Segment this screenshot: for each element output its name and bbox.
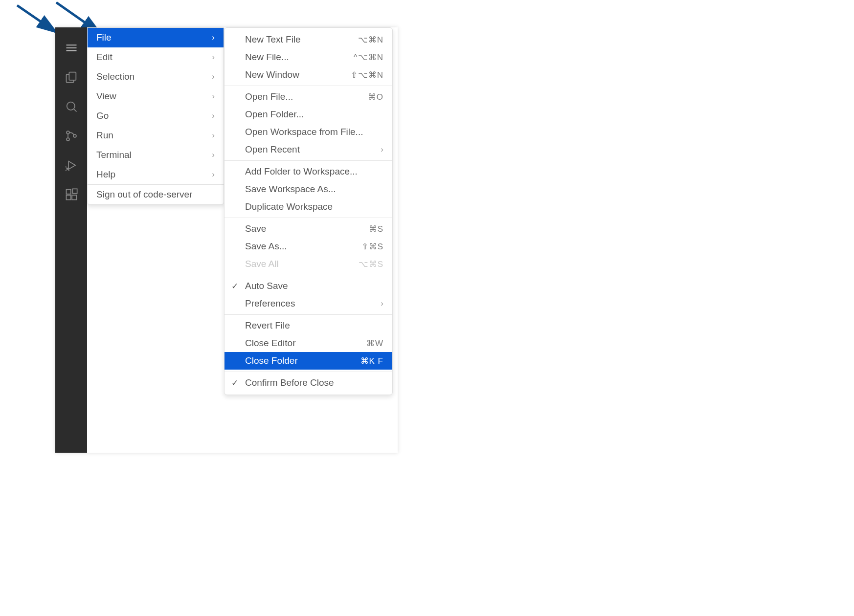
shortcut: ⌥⌘N <box>358 35 383 45</box>
file-open-folder[interactable]: Open Folder... <box>225 106 392 123</box>
chevron-right-icon: › <box>381 145 383 154</box>
source-control-icon[interactable] <box>55 121 87 151</box>
search-icon[interactable] <box>55 92 87 121</box>
shortcut: ^⌥⌘N <box>354 52 383 63</box>
shortcut: ⌘O <box>368 92 383 102</box>
shortcut: ⌘K F <box>360 356 383 366</box>
file-close-editor[interactable]: Close Editor ⌘W <box>225 334 392 352</box>
shortcut: ⌥⌘S <box>359 259 383 269</box>
file-preferences[interactable]: Preferences › <box>225 295 392 312</box>
submenu-label: Close Editor <box>245 338 296 349</box>
svg-point-9 <box>67 131 69 134</box>
submenu-label: Preferences <box>245 298 295 309</box>
chevron-right-icon: › <box>212 170 215 179</box>
submenu-label: Add Folder to Workspace... <box>245 166 358 177</box>
file-save[interactable]: Save ⌘S <box>225 220 392 238</box>
extensions-icon[interactable] <box>55 180 87 209</box>
shortcut: ⌘S <box>369 224 383 234</box>
file-new-file[interactable]: New File... ^⌥⌘N <box>225 48 392 66</box>
svg-line-15 <box>66 170 66 171</box>
submenu-label: Duplicate Workspace <box>245 201 333 212</box>
svg-marker-12 <box>68 161 75 169</box>
menu-view[interactable]: View › <box>88 87 224 106</box>
svg-rect-19 <box>72 195 76 199</box>
menu-go[interactable]: Go › <box>88 106 224 126</box>
menu-label: Terminal <box>96 150 132 160</box>
file-duplicate-workspace[interactable]: Duplicate Workspace <box>225 198 392 216</box>
run-debug-icon[interactable] <box>55 151 87 180</box>
check-icon: ✓ <box>231 378 238 388</box>
menu-sign-out[interactable]: Sign out of code-server <box>88 185 224 204</box>
file-close-folder[interactable]: Close Folder ⌘K F <box>225 352 392 370</box>
file-open-recent[interactable]: Open Recent › <box>225 141 392 158</box>
file-open-file[interactable]: Open File... ⌘O <box>225 88 392 106</box>
submenu-label: Open Recent <box>245 144 300 155</box>
submenu-label: New Text File <box>245 34 301 45</box>
menu-run[interactable]: Run › <box>88 126 224 145</box>
menu-label: Run <box>96 130 113 141</box>
chevron-right-icon: › <box>212 52 215 62</box>
svg-line-16 <box>68 170 69 171</box>
explorer-icon[interactable] <box>55 63 87 92</box>
svg-point-11 <box>73 134 76 137</box>
submenu-divider <box>225 275 392 275</box>
file-save-workspace-as[interactable]: Save Workspace As... <box>225 180 392 198</box>
activity-bar <box>55 27 87 453</box>
file-revert[interactable]: Revert File <box>225 317 392 334</box>
menu-help[interactable]: Help › <box>88 165 224 184</box>
chevron-right-icon: › <box>212 91 215 101</box>
submenu-label: New File... <box>245 52 289 63</box>
menu-file[interactable]: File › <box>88 28 224 47</box>
check-icon: ✓ <box>231 281 238 291</box>
menu-terminal[interactable]: Terminal › <box>88 145 224 165</box>
menu-icon[interactable] <box>55 33 87 63</box>
main-menu: File › Edit › Selection › View › Go › Ru… <box>87 27 224 205</box>
submenu-label: Save All <box>245 259 279 269</box>
submenu-label: Open Workspace from File... <box>245 127 363 137</box>
submenu-label: Open File... <box>245 91 293 102</box>
file-save-all: Save All ⌥⌘S <box>225 255 392 273</box>
submenu-label: Revert File <box>245 320 290 331</box>
submenu-label: Save As... <box>245 241 287 252</box>
file-new-text-file[interactable]: New Text File ⌥⌘N <box>225 31 392 48</box>
svg-point-10 <box>67 138 69 141</box>
file-add-folder[interactable]: Add Folder to Workspace... <box>225 163 392 180</box>
svg-rect-17 <box>66 190 70 194</box>
menu-label: File <box>96 32 112 43</box>
submenu-label: New Window <box>245 69 299 80</box>
file-new-window[interactable]: New Window ⇧⌥⌘N <box>225 66 392 84</box>
file-auto-save[interactable]: ✓ Auto Save <box>225 277 392 295</box>
menu-selection[interactable]: Selection › <box>88 67 224 87</box>
shortcut: ⇧⌘S <box>361 242 383 252</box>
chevron-right-icon: › <box>212 33 215 43</box>
svg-point-7 <box>67 102 74 110</box>
menu-label: Selection <box>96 71 135 82</box>
submenu-label: Close Folder <box>245 355 298 366</box>
submenu-divider <box>225 218 392 218</box>
menu-label: Go <box>96 110 109 121</box>
file-confirm-before-close[interactable]: ✓ Confirm Before Close <box>225 374 392 392</box>
file-submenu: New Text File ⌥⌘N New File... ^⌥⌘N New W… <box>224 27 393 395</box>
svg-line-14 <box>66 166 66 167</box>
shortcut: ⇧⌥⌘N <box>351 70 383 80</box>
chevron-right-icon: › <box>212 72 215 82</box>
svg-rect-18 <box>66 195 70 199</box>
file-open-workspace[interactable]: Open Workspace from File... <box>225 123 392 141</box>
submenu-divider <box>225 372 392 372</box>
svg-rect-6 <box>69 72 76 80</box>
menu-label: Edit <box>96 52 112 63</box>
menu-edit[interactable]: Edit › <box>88 47 224 67</box>
menu-label: Sign out of code-server <box>96 189 192 200</box>
submenu-divider <box>225 314 392 315</box>
chevron-right-icon: › <box>212 111 215 121</box>
submenu-label: Auto Save <box>245 281 288 291</box>
svg-line-0 <box>17 5 56 32</box>
menu-label: View <box>96 91 116 102</box>
file-save-as[interactable]: Save As... ⇧⌘S <box>225 238 392 255</box>
menu-label: Help <box>96 169 115 180</box>
svg-point-13 <box>66 168 68 170</box>
chevron-right-icon: › <box>212 150 215 160</box>
svg-line-8 <box>73 109 76 112</box>
submenu-divider <box>225 160 392 161</box>
submenu-divider <box>225 86 392 86</box>
